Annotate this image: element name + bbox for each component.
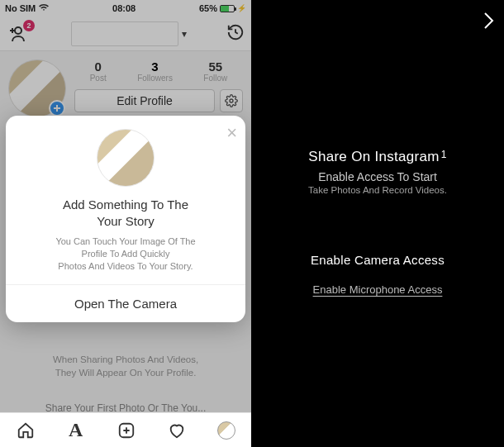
- permission-subtext: Take Photos And Record Videos.: [268, 185, 487, 195]
- profile-tab[interactable]: [217, 421, 235, 440]
- permission-subtitle: Enable Access To Start: [268, 170, 487, 183]
- camera-permission-screen: Share On Instagram1 Enable Access To Sta…: [251, 0, 504, 447]
- add-post-tab[interactable]: [116, 421, 136, 440]
- close-button[interactable]: ×: [226, 122, 237, 144]
- modal-blurb: You Can Touch Your Image Of The Profile …: [55, 235, 195, 273]
- add-story-modal: × Add Something To The Your Story You Ca…: [6, 116, 245, 322]
- open-camera-button[interactable]: Open The Camera: [6, 284, 245, 322]
- next-chevron-icon[interactable]: [483, 12, 494, 34]
- enable-camera-link[interactable]: Enable Camera Access: [311, 253, 445, 267]
- permission-sup: 1: [441, 149, 447, 160]
- search-tab[interactable]: A: [66, 421, 86, 440]
- home-tab[interactable]: [16, 421, 36, 440]
- enable-microphone-link[interactable]: Enable Microphone Access: [313, 283, 443, 296]
- modal-avatar: [97, 129, 155, 187]
- activity-tab[interactable]: [167, 421, 187, 440]
- bottom-nav: A: [0, 412, 251, 447]
- permission-title: Share On Instagram1: [268, 149, 487, 165]
- profile-screen: No SIM 08:08 65% ⚡ 2 ▾: [0, 0, 251, 447]
- modal-title: Add Something To The Your Story: [63, 197, 188, 229]
- permission-title-text: Share On Instagram: [308, 149, 439, 164]
